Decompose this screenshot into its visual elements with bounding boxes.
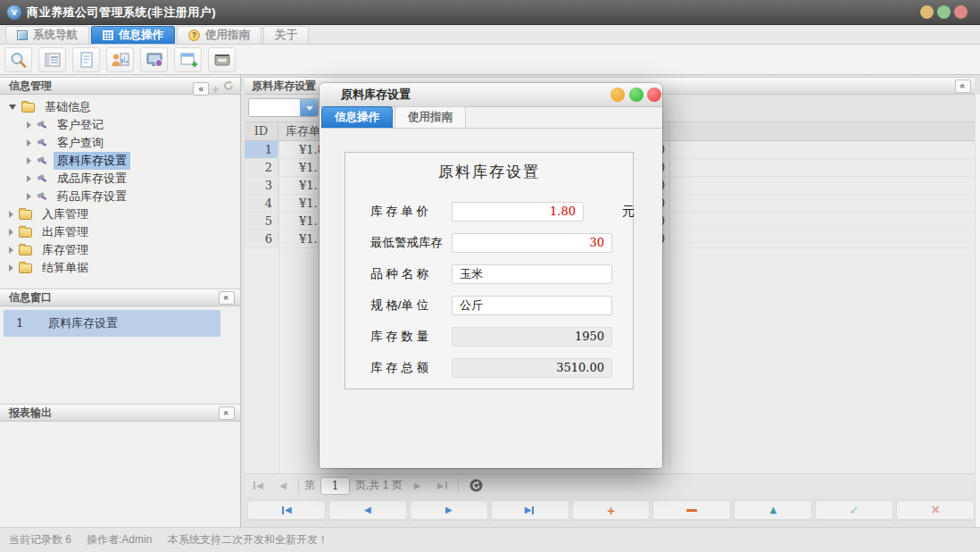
tree-item-label[interactable]: 客户登记	[54, 116, 107, 134]
expand-arrow-icon[interactable]	[27, 175, 31, 182]
form-row: 规 格/单 位公斤	[345, 296, 633, 315]
dialog-body: 原料库存设置 库 存 单 价1.80元最低警戒库存30品 种 名 称玉米规 格/…	[320, 129, 662, 468]
close-button[interactable]	[954, 5, 968, 19]
field-input[interactable]: 30	[452, 233, 612, 253]
operator-report-button[interactable]	[106, 47, 134, 72]
expand-arrow-icon[interactable]	[9, 229, 13, 236]
data-form-button[interactable]	[38, 47, 66, 72]
field-input[interactable]: 玉米	[452, 264, 612, 284]
collapse-up-button[interactable]: «	[955, 79, 971, 93]
tree-item-7[interactable]: 入库管理	[0, 205, 240, 223]
tab-system-nav[interactable]: 系统导航	[5, 26, 89, 44]
tree-item-2[interactable]: 客户登记	[0, 116, 240, 134]
tree-item-4[interactable]: 原料库存设置	[0, 152, 240, 170]
cell-id[interactable]: 5	[245, 213, 278, 230]
tab-info-ops[interactable]: 信息操作	[91, 26, 175, 44]
document-button[interactable]	[72, 47, 100, 72]
refresh-tree-icon[interactable]	[222, 79, 235, 97]
tree-item-label[interactable]: 客户查询	[54, 134, 107, 152]
panel-title: 报表输出	[9, 406, 52, 419]
tab-label: 关于	[275, 28, 297, 43]
refresh-button[interactable]	[469, 479, 483, 492]
dialog-tab-user-guide[interactable]: 使用指南	[394, 106, 466, 128]
collapse-up-button[interactable]: «	[219, 406, 235, 420]
tree-item-label[interactable]: 库存管理	[38, 241, 92, 259]
new-window-button[interactable]	[174, 47, 202, 72]
last-record-button[interactable]: ▶	[491, 500, 569, 520]
tree-item-label[interactable]: 原料库存设置	[54, 152, 130, 170]
field-value: 1.80	[550, 205, 576, 218]
filter-combobox[interactable]	[248, 98, 319, 117]
tree-item-10[interactable]: 结算单据	[0, 259, 240, 277]
add-record-button[interactable]: +	[572, 500, 651, 520]
field-unit: 元	[622, 204, 635, 220]
dialog-maximize-button[interactable]	[629, 88, 644, 102]
expand-arrow-icon[interactable]	[9, 211, 13, 218]
main-toolbar	[0, 45, 980, 75]
dialog-close-button[interactable]	[647, 88, 661, 102]
new-window-icon	[178, 51, 199, 69]
expand-arrow-icon[interactable]	[9, 264, 13, 272]
last-page-button[interactable]: ▶	[433, 477, 453, 495]
monitor-button[interactable]	[140, 47, 168, 72]
tree-item-label[interactable]: 基础信息	[41, 98, 95, 116]
cell-id[interactable]: 4	[245, 195, 278, 212]
field-input[interactable]: 1.80	[452, 202, 584, 222]
expand-arrow-icon[interactable]	[27, 121, 31, 129]
grid-icon	[103, 30, 113, 40]
minimize-button[interactable]	[920, 5, 934, 19]
help-icon	[188, 29, 200, 41]
delete-record-button[interactable]	[652, 500, 731, 520]
cell-id[interactable]: 1	[245, 141, 278, 158]
open-window-row[interactable]: 1原料库存设置	[4, 310, 220, 337]
combobox-dropdown-icon[interactable]	[300, 99, 318, 116]
next-record-button[interactable]: ▶	[410, 500, 488, 520]
scrollbar[interactable]	[975, 95, 980, 527]
card-index-button[interactable]	[208, 47, 236, 72]
prev-record-button[interactable]: ◀	[328, 500, 407, 520]
tree-item-label[interactable]: 入库管理	[38, 205, 92, 223]
panel-icon	[17, 30, 28, 40]
tree-item-8[interactable]: 出库管理	[0, 223, 240, 241]
page-input[interactable]	[320, 477, 350, 495]
navigation-tree: 基础信息客户登记客户查询原料库存设置成品库存设置药品库存设置入库管理出库管理库存…	[0, 98, 240, 289]
tree-item-label[interactable]: 出库管理	[38, 223, 92, 241]
add-node-icon[interactable]: +	[212, 82, 220, 96]
cell-id[interactable]: 6	[245, 230, 278, 247]
cell-id[interactable]: 3	[245, 177, 278, 194]
post-record-button[interactable]: ✓	[815, 500, 893, 520]
expand-arrow-icon[interactable]	[27, 193, 31, 200]
tree-item-label[interactable]: 药品库存设置	[54, 188, 130, 205]
tree-item-label[interactable]: 成品库存设置	[54, 170, 130, 188]
column-header-id[interactable]: ID	[245, 122, 278, 140]
expand-arrow-icon[interactable]	[27, 157, 31, 164]
panel-header-info-mgmt: 信息管理 « +	[0, 77, 240, 95]
next-page-button[interactable]: ▶	[408, 477, 428, 495]
first-record-button[interactable]: ◀	[247, 500, 326, 520]
tree-item-6[interactable]: 药品库存设置	[0, 188, 240, 205]
search-button[interactable]	[4, 47, 32, 72]
first-page-button[interactable]: ◀	[248, 477, 268, 495]
maximize-button[interactable]	[937, 5, 951, 19]
tree-item-3[interactable]: 客户查询	[0, 134, 240, 152]
dialog-minimize-button[interactable]	[610, 88, 625, 102]
edit-record-button[interactable]: ▲	[734, 500, 812, 520]
field-input[interactable]: 公斤	[452, 296, 612, 315]
tab-about[interactable]: 关于	[263, 26, 309, 44]
card-index-icon	[212, 51, 233, 69]
cell-id[interactable]: 2	[245, 159, 278, 176]
tree-item-9[interactable]: 库存管理	[0, 241, 240, 259]
dialog-tab-info-ops[interactable]: 信息操作	[321, 106, 393, 128]
expand-arrow-icon[interactable]	[27, 139, 31, 146]
collapse-left-button[interactable]: «	[193, 82, 209, 96]
tree-item-label[interactable]: 结算单据	[38, 259, 92, 277]
expand-arrow-icon[interactable]	[9, 247, 13, 254]
collapse-up-button[interactable]: «	[219, 291, 235, 305]
tree-item-5[interactable]: 成品库存设置	[0, 170, 240, 188]
tab-user-guide[interactable]: 使用指南	[177, 26, 262, 44]
collapse-arrow-icon[interactable]	[9, 105, 16, 110]
prev-page-button[interactable]: ◀	[273, 477, 293, 495]
tree-item-1[interactable]: 基础信息	[0, 98, 240, 116]
cancel-record-button[interactable]: ×	[896, 500, 975, 520]
folder-icon	[19, 228, 32, 238]
